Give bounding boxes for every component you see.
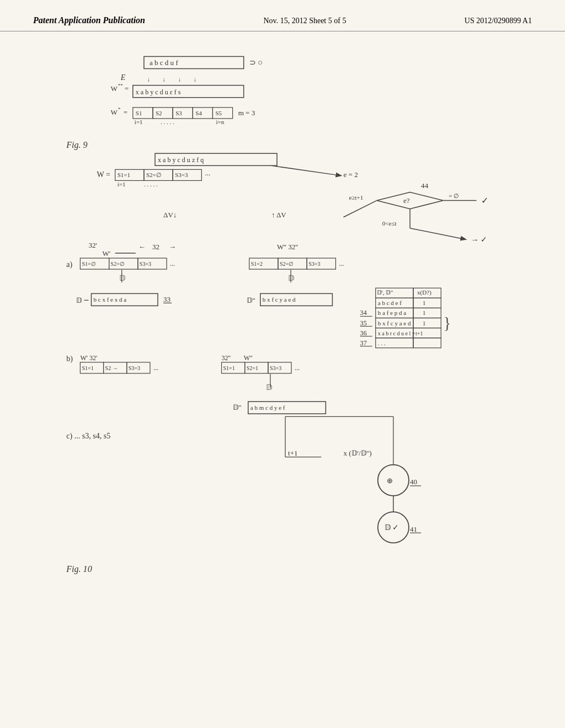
svg-text:S1=2: S1=2: [251, 261, 263, 267]
svg-text:S2: S2: [156, 110, 162, 116]
svg-text:. . . . .: . . . . .: [161, 119, 174, 125]
svg-text:↑ ΔV: ↑ ΔV: [271, 211, 286, 219]
svg-text:b x f c y a e d: b x f c y a e d: [378, 320, 411, 326]
svg-text:32': 32': [88, 241, 97, 249]
svg-text:1: 1: [423, 309, 426, 316]
svg-text:𝔻', 𝔻'': 𝔻', 𝔻'': [377, 289, 393, 296]
svg-rect-110: [413, 318, 441, 328]
svg-text:S3=3: S3=3: [270, 365, 281, 371]
patent-diagram: a b c d u f ⊃ ○ E W ** = ↓ ↓ ↓ ↓ x a b y…: [33, 50, 532, 706]
publication-title: Patent Application Publication: [33, 15, 145, 25]
svg-text:S1=1: S1=1: [82, 365, 93, 371]
svg-text:i=1: i=1: [118, 181, 126, 188]
svg-text:✓: ✓: [481, 196, 488, 205]
svg-text:32'': 32'': [222, 354, 231, 362]
svg-text:=: =: [124, 108, 127, 116]
svg-text:. . .: . . .: [378, 340, 386, 346]
svg-text:S3=3: S3=3: [175, 172, 188, 178]
page-header: Patent Application Publication Nov. 15, …: [0, 0, 565, 31]
svg-text:t+1: t+1: [415, 330, 423, 336]
svg-text:x (𝔻'/𝔻''): x (𝔻'/𝔻''): [343, 449, 371, 457]
svg-text:a b c d u f: a b c d u f: [150, 58, 178, 67]
svg-text:Fig. 10: Fig. 10: [66, 564, 92, 574]
svg-text:e = 2: e = 2: [343, 170, 358, 179]
svg-text:...: ...: [153, 364, 158, 372]
svg-text:S3=3: S3=3: [308, 261, 320, 267]
page: Patent Application Publication Nov. 15, …: [0, 0, 565, 728]
svg-text:e≥t+1: e≥t+1: [349, 194, 364, 201]
svg-line-51: [343, 201, 376, 217]
svg-text:c)   ... s3, s4, s5: c) ... s3, s4, s5: [66, 431, 110, 441]
svg-text:S3=3: S3=3: [140, 261, 151, 267]
svg-text:i=1: i=1: [135, 119, 143, 125]
svg-text:···: ···: [205, 170, 210, 179]
svg-text:b x f c y a e d: b x f c y a e d: [263, 296, 296, 303]
svg-text:S2 →: S2 →: [105, 365, 118, 371]
svg-text:33: 33: [163, 295, 171, 303]
svg-text:W'': W'': [244, 354, 253, 362]
svg-text:⊕: ⊕: [387, 477, 393, 485]
svg-text:S2=1: S2=1: [247, 365, 258, 371]
svg-text:S1=1: S1=1: [223, 365, 235, 371]
svg-text:1: 1: [423, 320, 426, 326]
svg-text:a  b m c   d y e f: a b m c d y e f: [250, 404, 285, 411]
svg-text:32: 32: [152, 243, 159, 251]
svg-text:x a b r c d u e l y: x a b r c d u e l y: [378, 330, 415, 336]
svg-text:→: →: [169, 243, 176, 251]
svg-text:𝔻 ✓: 𝔻 ✓: [385, 523, 399, 532]
svg-line-33: [271, 165, 341, 175]
svg-text:a b c  d e f: a b c d e f: [378, 299, 402, 306]
svg-text:. . . . .: . . . . .: [144, 181, 158, 188]
svg-text:S5: S5: [215, 110, 222, 116]
svg-text:a): a): [66, 260, 72, 269]
svg-text:37: 37: [360, 339, 367, 347]
svg-text:0<e≤t: 0<e≤t: [382, 220, 397, 227]
svg-text:...: ...: [295, 364, 300, 372]
svg-text:Fig. 9: Fig. 9: [66, 140, 87, 150]
svg-text:1: 1: [423, 299, 426, 306]
svg-text:...: ...: [339, 260, 344, 267]
svg-text:↓: ↓: [147, 76, 150, 83]
svg-text:e?: e?: [403, 196, 410, 205]
svg-text:W: W: [111, 108, 118, 116]
svg-text:i=n: i=n: [216, 119, 224, 125]
svg-text:34: 34: [360, 309, 367, 317]
svg-text:=: =: [125, 84, 129, 93]
svg-text:b): b): [66, 354, 73, 363]
svg-text:W'  32': W' 32': [80, 354, 97, 362]
svg-text:𝔻'': 𝔻'': [247, 296, 255, 304]
svg-text:b c x f e x d a: b c x f e x d a: [93, 296, 126, 303]
svg-text:W =: W =: [97, 170, 111, 179]
svg-text:S1: S1: [136, 110, 142, 116]
svg-text:**: **: [118, 83, 124, 88]
svg-text:S3=3: S3=3: [129, 365, 140, 371]
publication-number: US 2012/0290899 A1: [465, 17, 532, 25]
svg-text:x(D?): x(D?): [417, 289, 431, 296]
svg-text:40: 40: [410, 478, 418, 486]
svg-text:41: 41: [410, 525, 417, 533]
svg-text:x a  b y  c d u ε  f s: x a b y c d u ε f s: [136, 88, 181, 96]
svg-line-55: [410, 228, 465, 239]
svg-rect-100: [413, 298, 441, 308]
svg-text:S2=∅: S2=∅: [146, 172, 162, 178]
svg-text:ΔV↓: ΔV↓: [163, 211, 177, 219]
svg-text:b a f  e p d a: b a f e p d a: [378, 309, 407, 316]
svg-text:m = 3: m = 3: [238, 109, 255, 117]
svg-rect-104: [413, 308, 441, 318]
svg-rect-122: [413, 338, 441, 348]
diagram-area: a b c d u f ⊃ ○ E W ** = ↓ ↓ ↓ ↓ x a b y…: [33, 50, 532, 706]
svg-text:t+1: t+1: [288, 449, 298, 457]
svg-text:S2=∅: S2=∅: [280, 261, 294, 267]
svg-text:35: 35: [360, 319, 367, 327]
svg-text:S1=∅: S1=∅: [82, 261, 95, 267]
svg-text:S2=∅: S2=∅: [111, 261, 125, 267]
svg-point-153: [378, 465, 409, 496]
svg-text:𝔻: 𝔻: [266, 383, 272, 392]
svg-text:44: 44: [421, 181, 429, 190]
svg-text:x a b y c d u z f q: x a b y c d u z f q: [158, 156, 204, 164]
svg-text:→ ✓: → ✓: [471, 235, 488, 244]
svg-text:←: ←: [138, 243, 146, 251]
svg-text:↓: ↓: [178, 76, 181, 83]
svg-text:S1=1: S1=1: [118, 172, 130, 178]
svg-text:𝔻'': 𝔻'': [233, 403, 242, 411]
